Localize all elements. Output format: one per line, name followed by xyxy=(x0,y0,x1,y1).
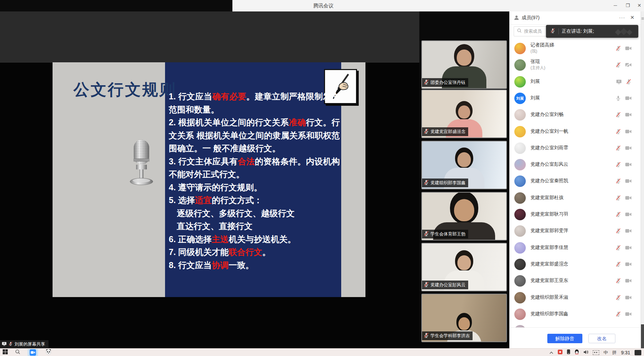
member-name: 党建组织部景禾淑 xyxy=(530,294,568,300)
avatar xyxy=(514,259,526,270)
member-row[interactable]: 党建组织部景禾淑 xyxy=(510,291,641,305)
close-button[interactable]: ✕ xyxy=(634,0,644,11)
mic-muted-icon[interactable] xyxy=(615,62,621,69)
avatar xyxy=(514,76,526,88)
more-options-icon[interactable]: ··· xyxy=(619,14,625,20)
member-row[interactable]: 党建办公室秦照凯 xyxy=(510,174,641,189)
member-row[interactable]: 党建党宣部盛渲念 xyxy=(510,258,641,272)
mic-muted-icon[interactable] xyxy=(615,178,621,185)
slide-keyword-red: 确有必要 xyxy=(212,92,246,101)
member-row[interactable]: 党建办公室刘雨霏 xyxy=(510,141,641,156)
member-name: 党建党宣部盛渲念 xyxy=(530,261,568,267)
tray-expand-icon[interactable] xyxy=(549,350,553,356)
slide-list-item: 6. 正确选择主送机关与抄送机关。 xyxy=(169,233,340,246)
notification-center-icon[interactable] xyxy=(635,350,641,355)
mic-muted-icon[interactable] xyxy=(615,112,621,119)
member-row[interactable]: 党建办公室刘畅 xyxy=(510,108,641,122)
member-row[interactable]: 党建党宣部耿习羽 xyxy=(510,208,641,222)
camera-icon[interactable] xyxy=(625,278,632,285)
maximize-button[interactable]: ❐ xyxy=(622,0,634,11)
rail-handle-icon[interactable] xyxy=(641,15,644,22)
screen-icon[interactable] xyxy=(616,79,622,86)
mic-muted-icon[interactable] xyxy=(615,162,621,169)
mic-muted-icon[interactable] xyxy=(615,278,621,285)
slide-text: 2. 根据机关单位之间的行文关系 xyxy=(169,118,289,127)
video-thumbnail[interactable]: 党建办公室彭风云 xyxy=(421,243,507,291)
camera-icon[interactable] xyxy=(625,145,632,152)
tray-qq-icon[interactable] xyxy=(575,349,579,356)
mic-muted-icon[interactable] xyxy=(615,261,621,268)
camera-off-icon[interactable] xyxy=(625,62,632,69)
tray-phone-icon[interactable] xyxy=(567,349,570,356)
tray-red-app-icon[interactable] xyxy=(558,350,562,356)
mic-muted-icon[interactable] xyxy=(615,129,621,136)
mic-icon[interactable] xyxy=(615,95,621,102)
unmute-button[interactable]: 解除静音 xyxy=(547,334,582,343)
camera-icon[interactable] xyxy=(625,312,632,318)
mic-muted-icon[interactable] xyxy=(615,45,621,53)
video-thumbnail[interactable]: 党建组织部李国鑫 xyxy=(421,141,507,189)
member-name: 党建党宣部王亚东 xyxy=(530,278,568,284)
member-name: 党建党宣部李佳慧 xyxy=(530,245,568,251)
taskbar-search-icon[interactable] xyxy=(15,349,20,356)
thumbnail-name-label: 党建党宣部盛洹念 xyxy=(422,127,468,136)
camera-icon[interactable] xyxy=(625,129,632,135)
camera-icon[interactable] xyxy=(625,112,632,119)
video-thumbnail[interactable]: 团委办公室张丹钰 xyxy=(421,40,507,89)
camera-icon[interactable] xyxy=(625,46,632,52)
minimize-button[interactable]: ─ xyxy=(610,0,621,11)
member-row[interactable]: 党建党宣部郭雯萍 xyxy=(510,224,641,238)
member-row[interactable]: 党建党宣部王亚东 xyxy=(510,274,641,288)
member-row[interactable]: 记者团高娣(我) xyxy=(510,42,641,56)
ime-layout-indicator[interactable]: 拼 xyxy=(612,350,617,356)
taskbar-panda-app[interactable] xyxy=(45,349,52,356)
camera-icon[interactable] xyxy=(625,245,632,252)
ime-toolbar-icon[interactable] xyxy=(593,350,599,355)
member-row[interactable]: 党建组织部李国鑫 xyxy=(510,308,641,322)
camera-icon[interactable] xyxy=(625,96,632,102)
camera-icon[interactable] xyxy=(625,179,632,185)
taskbar-meeting-app[interactable] xyxy=(28,349,38,356)
member-row[interactable]: 党建党宣部李佳慧 xyxy=(510,241,641,255)
ime-language-indicator[interactable]: 中 xyxy=(604,350,608,356)
mic-muted-icon[interactable] xyxy=(615,295,621,302)
member-row[interactable]: 党建办公室彭风云 xyxy=(510,158,641,172)
mic-muted-icon[interactable] xyxy=(615,212,621,219)
toast-divider xyxy=(558,28,559,34)
start-button[interactable] xyxy=(3,349,8,356)
rail-scroll-indicator[interactable] xyxy=(641,324,644,349)
mic-muted-icon[interactable] xyxy=(626,79,632,86)
panel-close-icon[interactable]: ✕ xyxy=(630,14,635,21)
camera-icon[interactable] xyxy=(625,195,632,202)
rename-button[interactable]: 改名 xyxy=(588,334,615,343)
members-panel-title: 成员(97) xyxy=(522,15,540,21)
slide-keyword-red: 协调 xyxy=(212,260,229,270)
member-status-icons xyxy=(615,112,632,119)
mic-muted-icon[interactable] xyxy=(615,195,621,202)
video-thumbnail[interactable]: 党建党宣部盛洹念 xyxy=(421,90,507,138)
mic-muted-icon[interactable] xyxy=(615,245,621,252)
member-row[interactable]: 刘展 xyxy=(510,75,641,89)
taskbar-clock[interactable]: 9:31 xyxy=(621,350,630,355)
member-row[interactable]: 党建党宣部杜孩 xyxy=(510,191,641,205)
thumbnail-name-label: 党建办公室彭风云 xyxy=(422,281,468,289)
camera-icon[interactable] xyxy=(625,295,632,301)
video-thumbnail[interactable]: 学生会体育部王勃 xyxy=(421,192,507,240)
member-row[interactable]: 党建办公室刘一帆 xyxy=(510,125,641,139)
member-row[interactable]: 张琨(主持人) xyxy=(510,58,641,72)
avatar xyxy=(514,175,526,187)
camera-icon[interactable] xyxy=(625,162,632,168)
member-name: 刘展 xyxy=(530,95,540,101)
video-thumbnail[interactable]: 学生会学科部李洪吉 xyxy=(421,294,507,342)
tray-volume-icon[interactable] xyxy=(583,350,588,356)
camera-icon[interactable] xyxy=(625,212,632,218)
camera-icon[interactable] xyxy=(625,262,632,268)
mic-muted-icon[interactable] xyxy=(615,228,621,235)
member-name: 党建办公室彭风云 xyxy=(530,161,568,167)
member-row[interactable]: 刘展刘展 xyxy=(510,92,641,106)
mic-muted-icon[interactable] xyxy=(615,311,621,318)
mic-muted-icon[interactable] xyxy=(615,145,621,152)
avatar xyxy=(514,126,526,137)
member-status-icons xyxy=(615,62,632,69)
camera-icon[interactable] xyxy=(625,228,632,235)
